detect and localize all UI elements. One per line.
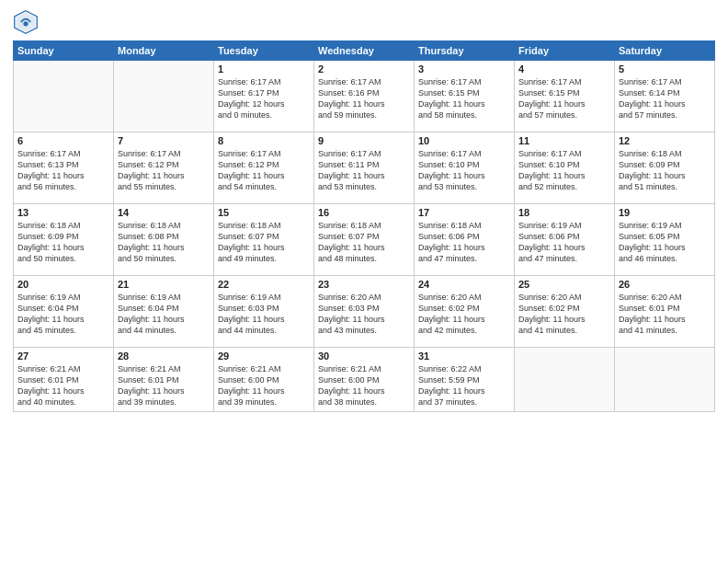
calendar-cell: 19Sunrise: 6:19 AM Sunset: 6:05 PM Dayli… [615, 204, 715, 276]
calendar-cell: 20Sunrise: 6:19 AM Sunset: 6:04 PM Dayli… [14, 276, 114, 348]
day-number: 27 [17, 350, 109, 362]
calendar-cell: 26Sunrise: 6:20 AM Sunset: 6:01 PM Dayli… [615, 276, 715, 348]
logo [13, 9, 42, 35]
cell-details: Sunrise: 6:17 AM Sunset: 6:10 PM Dayligh… [518, 148, 610, 193]
cell-details: Sunrise: 6:22 AM Sunset: 5:59 PM Dayligh… [418, 363, 510, 408]
calendar-cell: 27Sunrise: 6:21 AM Sunset: 6:01 PM Dayli… [14, 348, 114, 412]
cell-details: Sunrise: 6:17 AM Sunset: 6:14 PM Dayligh… [619, 76, 711, 121]
calendar-cell: 29Sunrise: 6:21 AM Sunset: 6:00 PM Dayli… [214, 348, 314, 412]
calendar-cell [615, 348, 715, 412]
svg-point-2 [23, 21, 28, 26]
cell-details: Sunrise: 6:17 AM Sunset: 6:17 PM Dayligh… [218, 76, 310, 121]
cell-details: Sunrise: 6:18 AM Sunset: 6:08 PM Dayligh… [118, 220, 210, 265]
cell-details: Sunrise: 6:18 AM Sunset: 6:09 PM Dayligh… [619, 148, 711, 193]
calendar-cell: 5Sunrise: 6:17 AM Sunset: 6:14 PM Daylig… [615, 61, 715, 132]
day-number: 28 [118, 350, 210, 362]
column-header-monday: Monday [114, 41, 214, 61]
calendar-cell: 14Sunrise: 6:18 AM Sunset: 6:08 PM Dayli… [114, 204, 214, 276]
cell-details: Sunrise: 6:18 AM Sunset: 6:09 PM Dayligh… [17, 220, 109, 265]
day-number: 23 [318, 279, 410, 290]
week-row-5: 27Sunrise: 6:21 AM Sunset: 6:01 PM Dayli… [14, 348, 715, 412]
calendar-cell: 13Sunrise: 6:18 AM Sunset: 6:09 PM Dayli… [14, 204, 114, 276]
day-number: 11 [518, 135, 610, 146]
calendar-cell: 31Sunrise: 6:22 AM Sunset: 5:59 PM Dayli… [415, 348, 515, 412]
day-number: 9 [318, 135, 410, 146]
calendar-cell: 22Sunrise: 6:19 AM Sunset: 6:03 PM Dayli… [214, 276, 314, 348]
cell-details: Sunrise: 6:17 AM Sunset: 6:10 PM Dayligh… [418, 148, 510, 193]
calendar-cell: 6Sunrise: 6:17 AM Sunset: 6:13 PM Daylig… [14, 132, 114, 204]
cell-details: Sunrise: 6:17 AM Sunset: 6:12 PM Dayligh… [118, 148, 210, 193]
calendar-cell: 4Sunrise: 6:17 AM Sunset: 6:15 PM Daylig… [515, 61, 615, 132]
day-number: 7 [118, 135, 210, 146]
cell-details: Sunrise: 6:21 AM Sunset: 6:01 PM Dayligh… [17, 363, 109, 408]
cell-details: Sunrise: 6:21 AM Sunset: 6:00 PM Dayligh… [218, 363, 310, 408]
cell-details: Sunrise: 6:19 AM Sunset: 6:03 PM Dayligh… [218, 292, 310, 337]
calendar-cell: 21Sunrise: 6:19 AM Sunset: 6:04 PM Dayli… [114, 276, 214, 348]
calendar-table: SundayMondayTuesdayWednesdayThursdayFrid… [13, 40, 715, 412]
day-number: 20 [17, 279, 109, 290]
day-number: 21 [118, 279, 210, 290]
cell-details: Sunrise: 6:19 AM Sunset: 6:05 PM Dayligh… [619, 220, 711, 265]
week-row-1: 1Sunrise: 6:17 AM Sunset: 6:17 PM Daylig… [14, 61, 715, 132]
cell-details: Sunrise: 6:20 AM Sunset: 6:02 PM Dayligh… [518, 292, 610, 337]
cell-details: Sunrise: 6:20 AM Sunset: 6:01 PM Dayligh… [619, 292, 711, 337]
calendar-cell: 25Sunrise: 6:20 AM Sunset: 6:02 PM Dayli… [515, 276, 615, 348]
calendar-cell: 2Sunrise: 6:17 AM Sunset: 6:16 PM Daylig… [314, 61, 415, 132]
calendar-cell: 17Sunrise: 6:18 AM Sunset: 6:06 PM Dayli… [415, 204, 515, 276]
day-number: 29 [218, 350, 310, 362]
day-number: 4 [518, 63, 610, 75]
day-number: 15 [218, 207, 310, 218]
logo-icon [13, 9, 39, 35]
day-number: 24 [418, 279, 510, 290]
column-header-saturday: Saturday [615, 41, 715, 61]
day-number: 31 [418, 350, 510, 362]
day-number: 22 [218, 279, 310, 290]
day-number: 30 [318, 350, 410, 362]
cell-details: Sunrise: 6:20 AM Sunset: 6:03 PM Dayligh… [318, 292, 410, 337]
cell-details: Sunrise: 6:19 AM Sunset: 6:04 PM Dayligh… [17, 292, 109, 337]
column-header-sunday: Sunday [14, 41, 114, 61]
calendar-cell [14, 61, 114, 132]
day-number: 25 [518, 279, 610, 290]
calendar-cell: 23Sunrise: 6:20 AM Sunset: 6:03 PM Dayli… [314, 276, 415, 348]
calendar-cell: 24Sunrise: 6:20 AM Sunset: 6:02 PM Dayli… [415, 276, 515, 348]
page: SundayMondayTuesdayWednesdayThursdayFrid… [0, 0, 728, 563]
cell-details: Sunrise: 6:17 AM Sunset: 6:11 PM Dayligh… [318, 148, 410, 193]
cell-details: Sunrise: 6:21 AM Sunset: 6:00 PM Dayligh… [318, 363, 410, 408]
calendar-cell: 11Sunrise: 6:17 AM Sunset: 6:10 PM Dayli… [515, 132, 615, 204]
column-header-tuesday: Tuesday [214, 41, 314, 61]
calendar-cell: 12Sunrise: 6:18 AM Sunset: 6:09 PM Dayli… [615, 132, 715, 204]
calendar-cell: 9Sunrise: 6:17 AM Sunset: 6:11 PM Daylig… [314, 132, 415, 204]
cell-details: Sunrise: 6:17 AM Sunset: 6:15 PM Dayligh… [518, 76, 610, 121]
day-number: 3 [418, 63, 510, 75]
calendar-cell: 15Sunrise: 6:18 AM Sunset: 6:07 PM Dayli… [214, 204, 314, 276]
day-number: 1 [218, 63, 310, 75]
cell-details: Sunrise: 6:18 AM Sunset: 6:07 PM Dayligh… [318, 220, 410, 265]
day-number: 12 [619, 135, 711, 146]
cell-details: Sunrise: 6:17 AM Sunset: 6:12 PM Dayligh… [218, 148, 310, 193]
cell-details: Sunrise: 6:18 AM Sunset: 6:06 PM Dayligh… [418, 220, 510, 265]
calendar-cell: 7Sunrise: 6:17 AM Sunset: 6:12 PM Daylig… [114, 132, 214, 204]
cell-details: Sunrise: 6:21 AM Sunset: 6:01 PM Dayligh… [118, 363, 210, 408]
day-number: 17 [418, 207, 510, 218]
cell-details: Sunrise: 6:17 AM Sunset: 6:16 PM Dayligh… [318, 76, 410, 121]
header [13, 9, 715, 35]
header-row: SundayMondayTuesdayWednesdayThursdayFrid… [14, 41, 715, 61]
cell-details: Sunrise: 6:19 AM Sunset: 6:06 PM Dayligh… [518, 220, 610, 265]
calendar-cell: 3Sunrise: 6:17 AM Sunset: 6:15 PM Daylig… [415, 61, 515, 132]
week-row-2: 6Sunrise: 6:17 AM Sunset: 6:13 PM Daylig… [14, 132, 715, 204]
calendar-cell: 8Sunrise: 6:17 AM Sunset: 6:12 PM Daylig… [214, 132, 314, 204]
week-row-3: 13Sunrise: 6:18 AM Sunset: 6:09 PM Dayli… [14, 204, 715, 276]
day-number: 5 [619, 63, 711, 75]
calendar-cell: 30Sunrise: 6:21 AM Sunset: 6:00 PM Dayli… [314, 348, 415, 412]
day-number: 8 [218, 135, 310, 146]
day-number: 18 [518, 207, 610, 218]
cell-details: Sunrise: 6:17 AM Sunset: 6:15 PM Dayligh… [418, 76, 510, 121]
cell-details: Sunrise: 6:17 AM Sunset: 6:13 PM Dayligh… [17, 148, 109, 193]
calendar-cell: 16Sunrise: 6:18 AM Sunset: 6:07 PM Dayli… [314, 204, 415, 276]
calendar-cell: 10Sunrise: 6:17 AM Sunset: 6:10 PM Dayli… [415, 132, 515, 204]
week-row-4: 20Sunrise: 6:19 AM Sunset: 6:04 PM Dayli… [14, 276, 715, 348]
day-number: 6 [17, 135, 109, 146]
day-number: 13 [17, 207, 109, 218]
column-header-friday: Friday [515, 41, 615, 61]
